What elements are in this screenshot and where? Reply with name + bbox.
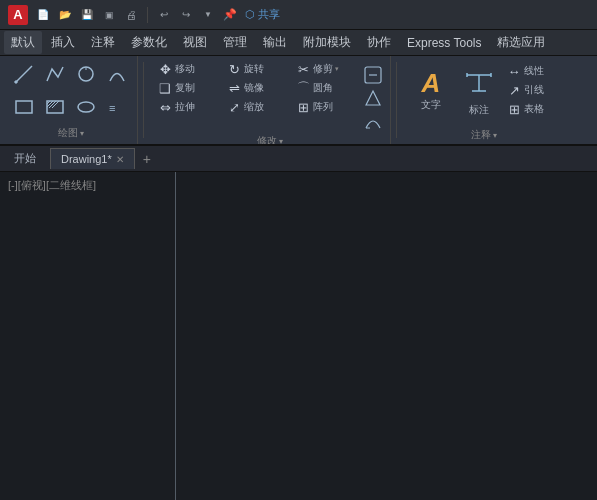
menu-item-insert[interactable]: 插入 xyxy=(44,31,82,54)
mirror-button[interactable]: ⇌ 镜像 xyxy=(224,79,292,97)
svg-line-0 xyxy=(16,66,32,82)
trim-button[interactable]: ✂ 修剪 ▾ xyxy=(293,60,361,78)
array-icon: ⊞ xyxy=(295,100,311,115)
stretch-icon: ⇔ xyxy=(157,100,173,115)
app-logo[interactable]: A xyxy=(8,5,28,25)
leader-button[interactable]: ↗ 引线 xyxy=(504,81,560,99)
annot-col-right: ↔ 线性 ↗ 引线 ⊞ 表格 xyxy=(504,60,560,118)
start-tab[interactable]: 开始 xyxy=(4,147,46,170)
arc-modify-button[interactable] xyxy=(362,110,384,132)
save-icon[interactable]: 💾 xyxy=(78,6,96,24)
move-button[interactable]: ✥ 移动 xyxy=(155,60,223,78)
table-icon: ⊞ xyxy=(506,102,522,117)
scale-icon: ⤢ xyxy=(226,100,242,115)
ellipse-tool-button[interactable] xyxy=(72,93,100,121)
tab-bar: 开始 Drawing1* ✕ + xyxy=(0,146,597,172)
canvas-vertical-line xyxy=(175,172,176,500)
svg-line-7 xyxy=(47,101,53,107)
linear-dim-button[interactable]: ↔ 线性 xyxy=(504,62,560,80)
new-file-icon[interactable]: 📄 xyxy=(34,6,52,24)
extend-button[interactable] xyxy=(362,64,384,86)
dim-icon xyxy=(464,65,494,101)
circle-tool-button[interactable] xyxy=(72,60,100,88)
modify-col-3: ✂ 修剪 ▾ ⌒ 圆角 ⊞ 阵列 xyxy=(293,60,361,116)
clip-button[interactable] xyxy=(362,87,384,109)
share-icon: ⬡ xyxy=(245,8,255,21)
modify-col-1: ✥ 移动 ❑ 复制 ⇔ 拉伸 xyxy=(155,60,223,116)
svg-text:≡: ≡ xyxy=(109,102,115,114)
modify-dropdown-icon: ▾ xyxy=(279,137,283,146)
title-bar: A 📄 📂 💾 ▣ 🖨 ↩ ↪ ▼ 📌 ⬡ 共享 xyxy=(0,0,597,30)
trim-dropdown-icon: ▾ xyxy=(335,65,339,73)
annotate-group-content: A 文字 标注 ↔ 线性 xyxy=(408,60,560,126)
draw-group-label[interactable]: 绘图 ▾ xyxy=(58,126,84,140)
drawing1-tab[interactable]: Drawing1* ✕ xyxy=(50,148,135,169)
draw-icon-row-2: ≡ xyxy=(10,93,131,121)
fillet-button[interactable]: ⌒ 圆角 xyxy=(293,79,361,97)
more-draw-button[interactable]: ≡ xyxy=(103,93,131,121)
copy-button[interactable]: ❑ 复制 xyxy=(155,79,223,97)
menu-item-param[interactable]: 参数化 xyxy=(124,31,174,54)
undo-icon[interactable]: ↩ xyxy=(155,6,173,24)
modify-group-content: ✥ 移动 ❑ 复制 ⇔ 拉伸 ↻ 旋转 ⇌ 镜 xyxy=(155,60,384,132)
menu-bar: 默认 插入 注释 参数化 视图 管理 输出 附加模块 协作 Express To… xyxy=(0,30,597,56)
title-icons: 📄 📂 💾 ▣ 🖨 ↩ ↪ ▼ 📌 xyxy=(34,1,239,29)
draw-dropdown-icon: ▾ xyxy=(80,129,84,138)
trim-icon: ✂ xyxy=(295,62,311,77)
menu-item-addons[interactable]: 附加模块 xyxy=(296,31,358,54)
menu-item-view[interactable]: 视图 xyxy=(176,31,214,54)
rotate-button[interactable]: ↻ 旋转 xyxy=(224,60,292,78)
ribbon-panel: ≡ 绘图 ▾ ✥ 移动 ❑ 复制 xyxy=(0,56,597,146)
stretch-button[interactable]: ⇔ 拉伸 xyxy=(155,98,223,116)
ribbon-group-annotate: A 文字 标注 ↔ 线性 xyxy=(402,56,566,144)
rectangle-tool-button[interactable] xyxy=(10,93,38,121)
save-as-icon[interactable]: ▣ xyxy=(100,6,118,24)
copy-icon: ❑ xyxy=(157,81,173,96)
annotate-dropdown-icon: ▾ xyxy=(493,131,497,140)
fillet-icon: ⌒ xyxy=(295,79,311,97)
ribbon-group-modify: ✥ 移动 ❑ 复制 ⇔ 拉伸 ↻ 旋转 ⇌ 镜 xyxy=(149,56,391,144)
ribbon-divider-1 xyxy=(143,62,144,138)
leader-icon: ↗ xyxy=(506,83,522,98)
arc-tool-button[interactable] xyxy=(103,60,131,88)
array-button[interactable]: ⊞ 阵列 xyxy=(293,98,361,116)
canvas-area[interactable]: [-][俯视][二维线框] xyxy=(0,172,597,500)
modify-group-label[interactable]: 修改 ▾ xyxy=(257,134,283,146)
open-icon[interactable]: 📂 xyxy=(56,6,74,24)
draw-icon-row-1 xyxy=(10,60,131,88)
menu-item-featured[interactable]: 精选应用 xyxy=(490,31,552,54)
plot-icon[interactable]: 🖨 xyxy=(122,6,140,24)
dim-button[interactable]: 标注 xyxy=(456,60,502,122)
svg-point-10 xyxy=(78,102,94,112)
pin-icon[interactable]: 📌 xyxy=(221,6,239,24)
menu-item-express[interactable]: Express Tools xyxy=(400,33,488,53)
modify-col-4 xyxy=(362,60,384,132)
menu-item-annotate[interactable]: 注释 xyxy=(84,31,122,54)
move-icon: ✥ xyxy=(157,62,173,77)
hatch-tool-button[interactable] xyxy=(41,93,69,121)
redo-icon[interactable]: ↪ xyxy=(177,6,195,24)
dropdown-icon[interactable]: ▼ xyxy=(199,6,217,24)
text-icon: A xyxy=(422,70,441,96)
ribbon-divider-2 xyxy=(396,62,397,138)
scale-button[interactable]: ⤢ 缩放 xyxy=(224,98,292,116)
share-button[interactable]: ⬡ 共享 xyxy=(245,7,280,22)
text-button[interactable]: A 文字 xyxy=(408,60,454,122)
canvas-view-label: [-][俯视][二维线框] xyxy=(8,178,96,193)
line-tool-button[interactable] xyxy=(10,60,38,88)
draw-group-content: ≡ 绘图 ▾ xyxy=(10,60,131,142)
svg-rect-4 xyxy=(16,101,32,113)
table-button[interactable]: ⊞ 表格 xyxy=(504,100,560,118)
polyline-tool-button[interactable] xyxy=(41,60,69,88)
mirror-icon: ⇌ xyxy=(226,81,242,96)
menu-item-manage[interactable]: 管理 xyxy=(216,31,254,54)
new-tab-button[interactable]: + xyxy=(135,147,159,171)
title-left: A 📄 📂 💾 ▣ 🖨 ↩ ↪ ▼ 📌 ⬡ 共享 xyxy=(8,1,280,29)
tab-close-button[interactable]: ✕ xyxy=(116,154,124,165)
menu-item-collab[interactable]: 协作 xyxy=(360,31,398,54)
modify-col-2: ↻ 旋转 ⇌ 镜像 ⤢ 缩放 xyxy=(224,60,292,116)
ribbon-group-draw: ≡ 绘图 ▾ xyxy=(4,56,138,144)
menu-item-output[interactable]: 输出 xyxy=(256,31,294,54)
menu-item-default[interactable]: 默认 xyxy=(4,31,42,54)
annotate-group-label[interactable]: 注释 ▾ xyxy=(471,128,497,142)
